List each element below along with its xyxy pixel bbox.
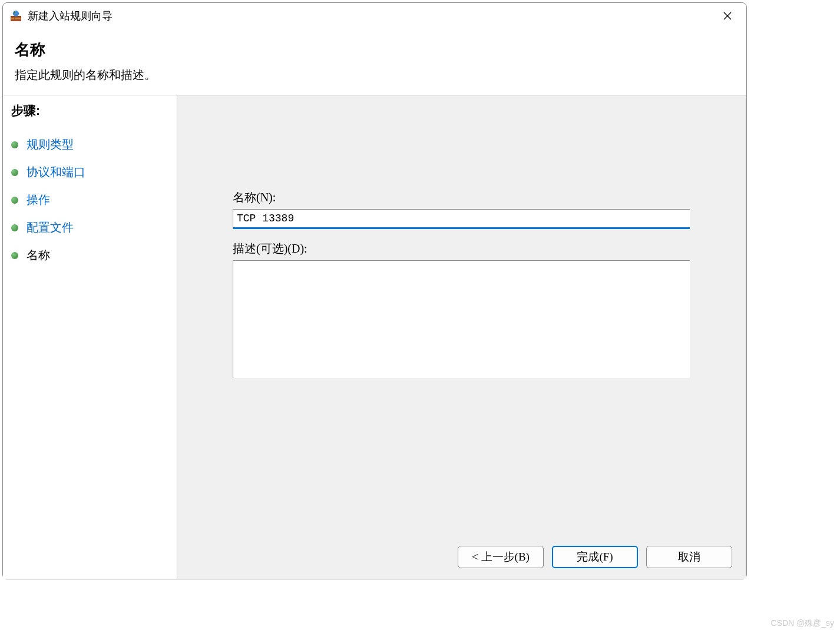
- wizard-window: 新建入站规则向导 名称 指定此规则的名称和描述。 步骤: 规则类型 协议和端口: [2, 2, 747, 579]
- name-label: 名称(N):: [233, 190, 711, 205]
- main-content: 名称(N): 描述(可选)(D): < 上一步(B) 完成(F) 取消: [177, 95, 746, 579]
- form-area: 名称(N): 描述(可选)(D):: [233, 190, 711, 380]
- description-textarea[interactable]: [233, 260, 690, 378]
- svg-rect-4: [18, 18, 21, 19]
- header-section: 名称 指定此规则的名称和描述。: [3, 29, 746, 95]
- titlebar: 新建入站规则向导: [3, 3, 746, 29]
- step-label: 规则类型: [27, 137, 74, 152]
- step-label: 名称: [27, 247, 50, 263]
- bullet-icon: [11, 169, 18, 176]
- body-section: 步骤: 规则类型 协议和端口 操作 配置文件 名称: [3, 95, 746, 579]
- bullet-icon: [11, 252, 18, 259]
- close-icon: [723, 12, 732, 20]
- watermark: CSDN @殊彦_sy: [770, 618, 834, 629]
- button-bar: < 上一步(B) 完成(F) 取消: [458, 546, 732, 568]
- sidebar: 步骤: 规则类型 协议和端口 操作 配置文件 名称: [3, 95, 177, 579]
- step-label: 协议和端口: [27, 164, 85, 180]
- window-title: 新建入站规则向导: [28, 9, 716, 23]
- bullet-icon: [11, 141, 18, 148]
- step-label: 配置文件: [27, 220, 74, 236]
- close-button[interactable]: [716, 4, 739, 28]
- step-name[interactable]: 名称: [11, 241, 177, 269]
- name-input[interactable]: [233, 209, 690, 229]
- page-title: 名称: [15, 39, 735, 60]
- finish-button[interactable]: 完成(F): [552, 546, 638, 568]
- svg-rect-3: [15, 18, 18, 19]
- page-subtitle: 指定此规则的名称和描述。: [15, 67, 735, 83]
- bullet-icon: [11, 197, 18, 204]
- step-protocol-port[interactable]: 协议和端口: [11, 158, 177, 186]
- svg-rect-2: [11, 18, 14, 19]
- app-icon: [10, 10, 22, 22]
- back-button[interactable]: < 上一步(B): [458, 546, 544, 568]
- step-profile[interactable]: 配置文件: [11, 214, 177, 241]
- bullet-icon: [11, 224, 18, 231]
- step-rule-type[interactable]: 规则类型: [11, 131, 177, 158]
- step-action[interactable]: 操作: [11, 186, 177, 214]
- cancel-button[interactable]: 取消: [646, 546, 732, 568]
- step-label: 操作: [27, 192, 50, 208]
- description-label: 描述(可选)(D):: [233, 241, 711, 257]
- steps-header: 步骤:: [11, 102, 177, 119]
- svg-point-5: [13, 11, 19, 16]
